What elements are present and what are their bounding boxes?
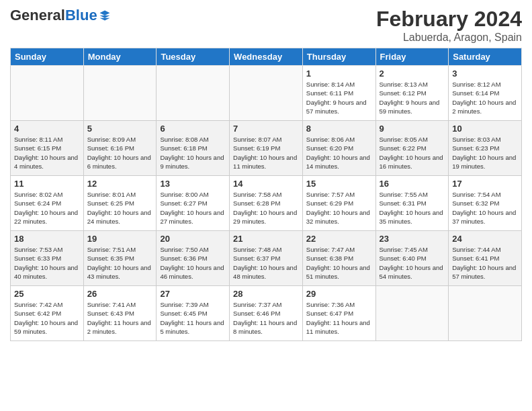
weekday-monday: Monday [83, 48, 157, 66]
day-cell: 17Sunrise: 7:54 AM Sunset: 6:32 PM Dayli… [449, 176, 522, 231]
calendar-table: SundayMondayTuesdayWednesdayThursdayFrid… [10, 48, 522, 341]
main-title: February 2024 [376, 7, 522, 32]
day-info: Sunrise: 8:05 AM Sunset: 6:22 PM Dayligh… [380, 135, 445, 171]
logo-general: General [10, 7, 65, 24]
day-number: 22 [306, 234, 372, 244]
week-row-3: 11Sunrise: 8:02 AM Sunset: 6:24 PM Dayli… [11, 176, 522, 231]
day-info: Sunrise: 7:44 AM Sunset: 6:41 PM Dayligh… [452, 245, 518, 281]
weekday-wednesday: Wednesday [230, 48, 303, 66]
day-info: Sunrise: 7:57 AM Sunset: 6:29 PM Dayligh… [306, 190, 372, 226]
weekday-sunday: Sunday [11, 48, 84, 66]
day-cell: 27Sunrise: 7:39 AM Sunset: 6:45 PM Dayli… [157, 286, 230, 341]
day-cell: 26Sunrise: 7:41 AM Sunset: 6:43 PM Dayli… [83, 286, 157, 341]
day-number: 1 [306, 68, 372, 79]
day-number: 17 [452, 179, 518, 189]
weekday-saturday: Saturday [449, 48, 522, 66]
day-cell: 29Sunrise: 7:36 AM Sunset: 6:47 PM Dayli… [302, 286, 375, 341]
day-info: Sunrise: 7:48 AM Sunset: 6:37 PM Dayligh… [233, 245, 299, 281]
day-number: 11 [14, 179, 80, 189]
day-cell [375, 286, 449, 341]
week-row-1: 1Sunrise: 8:14 AM Sunset: 6:11 PM Daylig… [11, 66, 522, 121]
day-cell: 12Sunrise: 8:01 AM Sunset: 6:25 PM Dayli… [83, 176, 157, 231]
day-info: Sunrise: 8:08 AM Sunset: 6:18 PM Dayligh… [160, 135, 226, 171]
day-cell: 23Sunrise: 7:45 AM Sunset: 6:40 PM Dayli… [375, 231, 449, 286]
day-info: Sunrise: 8:02 AM Sunset: 6:24 PM Dayligh… [14, 190, 80, 226]
day-cell: 5Sunrise: 8:09 AM Sunset: 6:16 PM Daylig… [83, 121, 157, 176]
day-number: 23 [380, 234, 445, 244]
day-number: 10 [452, 124, 518, 134]
day-info: Sunrise: 8:00 AM Sunset: 6:27 PM Dayligh… [160, 190, 226, 226]
day-info: Sunrise: 8:11 AM Sunset: 6:15 PM Dayligh… [14, 135, 80, 171]
day-info: Sunrise: 7:53 AM Sunset: 6:33 PM Dayligh… [14, 245, 80, 281]
header-area: GeneralBlue February 2024 Labuerda, Arag… [10, 7, 522, 44]
day-number: 9 [380, 124, 445, 134]
day-cell [449, 286, 522, 341]
logo-icon [99, 9, 111, 21]
day-number: 18 [14, 234, 80, 244]
day-number: 16 [380, 179, 445, 189]
day-cell: 3Sunrise: 8:12 AM Sunset: 6:14 PM Daylig… [449, 66, 522, 121]
day-cell: 6Sunrise: 8:08 AM Sunset: 6:18 PM Daylig… [157, 121, 230, 176]
day-cell [83, 66, 157, 121]
logo: GeneralBlue [10, 7, 111, 24]
day-info: Sunrise: 7:42 AM Sunset: 6:42 PM Dayligh… [14, 300, 80, 336]
day-number: 28 [233, 289, 299, 299]
day-cell: 15Sunrise: 7:57 AM Sunset: 6:29 PM Dayli… [302, 176, 375, 231]
week-row-4: 18Sunrise: 7:53 AM Sunset: 6:33 PM Dayli… [11, 231, 522, 286]
day-info: Sunrise: 7:50 AM Sunset: 6:36 PM Dayligh… [160, 245, 226, 281]
day-cell: 7Sunrise: 8:07 AM Sunset: 6:19 PM Daylig… [230, 121, 303, 176]
day-number: 19 [87, 234, 153, 244]
day-number: 6 [160, 124, 226, 134]
day-cell: 20Sunrise: 7:50 AM Sunset: 6:36 PM Dayli… [157, 231, 230, 286]
day-cell [230, 66, 303, 121]
day-cell: 11Sunrise: 8:02 AM Sunset: 6:24 PM Dayli… [11, 176, 84, 231]
day-cell: 9Sunrise: 8:05 AM Sunset: 6:22 PM Daylig… [375, 121, 449, 176]
day-info: Sunrise: 7:54 AM Sunset: 6:32 PM Dayligh… [452, 190, 518, 226]
day-info: Sunrise: 7:36 AM Sunset: 6:47 PM Dayligh… [306, 300, 372, 336]
day-cell: 4Sunrise: 8:11 AM Sunset: 6:15 PM Daylig… [11, 121, 84, 176]
day-cell: 22Sunrise: 7:47 AM Sunset: 6:38 PM Dayli… [302, 231, 375, 286]
day-info: Sunrise: 8:07 AM Sunset: 6:19 PM Dayligh… [233, 135, 299, 171]
weekday-tuesday: Tuesday [157, 48, 230, 66]
day-number: 7 [233, 124, 299, 134]
day-number: 24 [452, 234, 518, 244]
day-number: 2 [380, 68, 445, 79]
day-number: 14 [233, 179, 299, 189]
day-cell: 19Sunrise: 7:51 AM Sunset: 6:35 PM Dayli… [83, 231, 157, 286]
day-number: 13 [160, 179, 226, 189]
day-cell: 10Sunrise: 8:03 AM Sunset: 6:23 PM Dayli… [449, 121, 522, 176]
main-container: GeneralBlue February 2024 Labuerda, Arag… [0, 0, 532, 411]
day-info: Sunrise: 7:45 AM Sunset: 6:40 PM Dayligh… [380, 245, 445, 281]
day-cell: 18Sunrise: 7:53 AM Sunset: 6:33 PM Dayli… [11, 231, 84, 286]
weekday-thursday: Thursday [302, 48, 375, 66]
weekday-header-row: SundayMondayTuesdayWednesdayThursdayFrid… [11, 48, 522, 66]
week-row-2: 4Sunrise: 8:11 AM Sunset: 6:15 PM Daylig… [11, 121, 522, 176]
subtitle: Labuerda, Aragon, Spain [376, 32, 522, 44]
day-cell: 25Sunrise: 7:42 AM Sunset: 6:42 PM Dayli… [11, 286, 84, 341]
day-number: 12 [87, 179, 153, 189]
day-number: 26 [87, 289, 153, 299]
logo-blue: Blue [65, 7, 97, 24]
day-info: Sunrise: 8:13 AM Sunset: 6:12 PM Dayligh… [380, 80, 445, 116]
day-info: Sunrise: 8:01 AM Sunset: 6:25 PM Dayligh… [87, 190, 153, 226]
day-cell: 1Sunrise: 8:14 AM Sunset: 6:11 PM Daylig… [302, 66, 375, 121]
day-info: Sunrise: 7:39 AM Sunset: 6:45 PM Dayligh… [160, 300, 226, 336]
day-info: Sunrise: 7:55 AM Sunset: 6:31 PM Dayligh… [380, 190, 445, 226]
day-number: 4 [14, 124, 80, 134]
title-area: February 2024 Labuerda, Aragon, Spain [376, 7, 522, 44]
day-number: 20 [160, 234, 226, 244]
day-number: 8 [306, 124, 372, 134]
day-info: Sunrise: 7:58 AM Sunset: 6:28 PM Dayligh… [233, 190, 299, 226]
day-info: Sunrise: 8:09 AM Sunset: 6:16 PM Dayligh… [87, 135, 153, 171]
day-info: Sunrise: 7:37 AM Sunset: 6:46 PM Dayligh… [233, 300, 299, 336]
day-cell: 24Sunrise: 7:44 AM Sunset: 6:41 PM Dayli… [449, 231, 522, 286]
day-info: Sunrise: 8:03 AM Sunset: 6:23 PM Dayligh… [452, 135, 518, 171]
day-cell: 8Sunrise: 8:06 AM Sunset: 6:20 PM Daylig… [302, 121, 375, 176]
day-info: Sunrise: 8:14 AM Sunset: 6:11 PM Dayligh… [306, 80, 372, 116]
day-info: Sunrise: 7:47 AM Sunset: 6:38 PM Dayligh… [306, 245, 372, 281]
day-cell: 13Sunrise: 8:00 AM Sunset: 6:27 PM Dayli… [157, 176, 230, 231]
weekday-friday: Friday [375, 48, 449, 66]
day-number: 29 [306, 289, 372, 299]
day-cell: 14Sunrise: 7:58 AM Sunset: 6:28 PM Dayli… [230, 176, 303, 231]
day-info: Sunrise: 7:41 AM Sunset: 6:43 PM Dayligh… [87, 300, 153, 336]
